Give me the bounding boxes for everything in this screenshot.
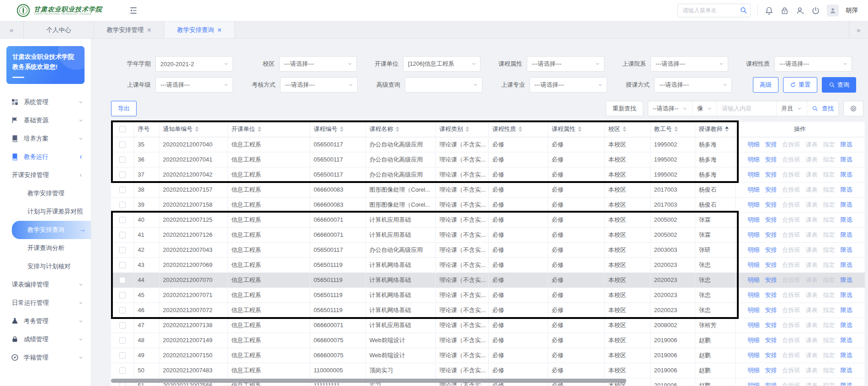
- sidebar-item[interactable]: 课表编排管理: [0, 276, 91, 294]
- action-restrict[interactable]: 限选: [841, 216, 852, 223]
- avatar[interactable]: [827, 5, 839, 16]
- row-checkbox[interactable]: [119, 247, 126, 253]
- filter-select[interactable]: ---请选择---: [654, 77, 732, 93]
- action-arrange[interactable]: 安排: [765, 216, 777, 223]
- sort-desc-icon[interactable]: [195, 130, 199, 132]
- action-restrict[interactable]: 限选: [841, 231, 852, 238]
- action-arrange[interactable]: 安排: [765, 307, 777, 313]
- action-detail[interactable]: 明细: [748, 201, 760, 208]
- action-detail[interactable]: 明细: [748, 216, 760, 223]
- action-detail[interactable]: 明细: [748, 337, 760, 344]
- action-detail[interactable]: 明细: [748, 382, 760, 386]
- row-checkbox[interactable]: [119, 156, 126, 163]
- sidebar-item[interactable]: 教务运行: [0, 148, 91, 166]
- action-arrange[interactable]: 安排: [765, 261, 777, 268]
- export-button[interactable]: 导出: [111, 101, 137, 116]
- sort-desc-icon[interactable]: [519, 130, 522, 132]
- action-restrict[interactable]: 限选: [841, 337, 852, 344]
- filter-select[interactable]: 2020-2021-2: [155, 56, 233, 72]
- select-all-checkbox[interactable]: [119, 126, 126, 132]
- action-detail[interactable]: 明细: [748, 352, 760, 359]
- filter-select[interactable]: ---请选择---: [279, 56, 357, 72]
- action-arrange[interactable]: 安排: [765, 382, 777, 386]
- col-header-course_no[interactable]: 课程编号: [310, 122, 365, 137]
- action-detail[interactable]: 明细: [748, 246, 760, 253]
- col-header-campus[interactable]: 校区: [604, 122, 650, 137]
- menu-fold-icon[interactable]: [129, 6, 138, 15]
- sort-desc-icon[interactable]: [340, 130, 344, 132]
- sort-desc-icon[interactable]: [578, 130, 582, 132]
- switch-user-icon[interactable]: [796, 6, 804, 15]
- tabs-scroll-left[interactable]: «: [0, 21, 24, 38]
- row-checkbox[interactable]: [119, 322, 126, 329]
- sort-carets-icon[interactable]: [623, 126, 626, 132]
- action-restrict[interactable]: 限选: [841, 352, 852, 359]
- sort-asc-icon[interactable]: [340, 126, 344, 129]
- action-arrange[interactable]: 安排: [765, 367, 777, 374]
- sort-asc-icon[interactable]: [674, 126, 678, 129]
- row-checkbox[interactable]: [119, 202, 126, 208]
- action-detail[interactable]: 明细: [748, 261, 760, 268]
- sort-desc-icon[interactable]: [466, 130, 469, 132]
- action-detail[interactable]: 明细: [748, 292, 760, 298]
- action-detail[interactable]: 明细: [748, 186, 760, 193]
- sort-carets-icon[interactable]: [674, 126, 678, 132]
- sort-desc-icon[interactable]: [258, 130, 261, 132]
- sort-carets-icon[interactable]: [466, 126, 469, 132]
- col-header-teacher[interactable]: 授课教师: [695, 122, 735, 137]
- reset-button[interactable]: 重置: [783, 77, 817, 93]
- advanced-button[interactable]: 高级: [753, 77, 778, 93]
- row-checkbox[interactable]: [119, 352, 126, 359]
- sidebar-item[interactable]: 学籍管理: [0, 349, 91, 367]
- filter-select[interactable]: ---请选择---: [651, 56, 728, 72]
- row-checkbox[interactable]: [119, 217, 126, 223]
- sort-asc-icon[interactable]: [519, 126, 522, 129]
- col-header-notice_no[interactable]: 通知单编号: [159, 122, 228, 137]
- sidebar-item[interactable]: 培养方案: [0, 130, 91, 148]
- action-arrange[interactable]: 安排: [765, 186, 777, 193]
- find-button[interactable]: 查找: [807, 101, 838, 116]
- sort-carets-icon[interactable]: [725, 126, 729, 132]
- action-arrange[interactable]: 安排: [765, 141, 777, 148]
- action-restrict[interactable]: 限选: [841, 322, 852, 329]
- action-restrict[interactable]: 限选: [841, 367, 852, 374]
- sort-asc-icon[interactable]: [396, 126, 399, 129]
- row-checkbox[interactable]: [119, 141, 126, 148]
- action-restrict[interactable]: 限选: [841, 276, 852, 283]
- sidebar-item[interactable]: 安排与计划核对: [0, 257, 91, 276]
- sidebar-item[interactable]: 基础资源: [0, 111, 91, 130]
- action-restrict[interactable]: 限选: [841, 156, 852, 163]
- action-arrange[interactable]: 安排: [765, 231, 777, 238]
- row-checkbox[interactable]: [119, 307, 126, 313]
- tab-item[interactable]: 教学安排查询✕: [164, 21, 235, 38]
- sidebar-item[interactable]: 开课安排管理: [0, 166, 91, 184]
- row-checkbox[interactable]: [119, 262, 126, 268]
- action-restrict[interactable]: 限选: [841, 261, 852, 268]
- filter-select[interactable]: ---请选择---: [527, 56, 604, 72]
- col-header-category[interactable]: 课程类别: [435, 122, 488, 137]
- action-detail[interactable]: 明细: [748, 171, 760, 178]
- filter-select[interactable]: [1206]信息工程系: [403, 56, 481, 72]
- action-restrict[interactable]: 限选: [841, 246, 852, 253]
- sort-carets-icon[interactable]: [258, 126, 261, 132]
- action-restrict[interactable]: 限选: [841, 141, 852, 148]
- col-header-staff_no[interactable]: 教工号: [650, 122, 695, 137]
- tab-close-icon[interactable]: ✕: [147, 27, 151, 33]
- action-arrange[interactable]: 安排: [765, 276, 777, 283]
- action-detail[interactable]: 明细: [748, 231, 760, 238]
- sidebar-item[interactable]: 日常运行管理: [0, 294, 91, 312]
- sort-asc-icon[interactable]: [195, 126, 199, 129]
- action-restrict[interactable]: 限选: [841, 382, 852, 386]
- action-arrange[interactable]: 安排: [765, 246, 777, 253]
- find-input[interactable]: 请输入内容: [717, 101, 777, 116]
- tab-close-icon[interactable]: ✕: [217, 27, 222, 33]
- row-checkbox[interactable]: [119, 172, 126, 178]
- sort-carets-icon[interactable]: [396, 126, 399, 132]
- action-arrange[interactable]: 安排: [765, 156, 777, 163]
- action-detail[interactable]: 明细: [748, 322, 760, 329]
- col-header-course_name[interactable]: 课程名称: [365, 122, 435, 137]
- action-restrict[interactable]: 限选: [841, 171, 852, 178]
- action-restrict[interactable]: 限选: [841, 307, 852, 313]
- sidebar-item[interactable]: 计划与开课差异对照: [0, 203, 91, 221]
- col-header-dept[interactable]: 开课单位: [228, 122, 310, 137]
